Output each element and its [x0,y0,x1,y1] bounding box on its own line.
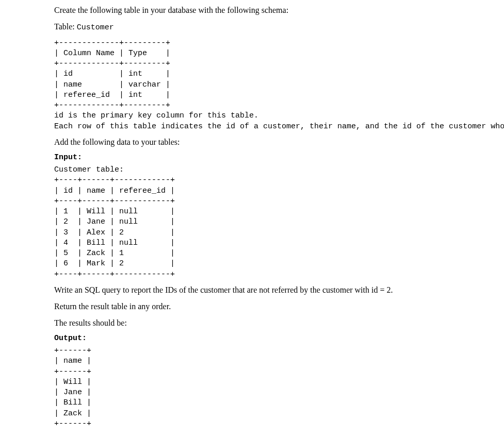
schema-block: +-------------+---------+ | Column Name … [54,38,450,132]
table-line: Table: Customer [54,21,450,34]
output-block: +------+ | name | +------+ | Will | | Ja… [54,346,450,429]
input-label: Input: [54,153,450,163]
results-intro: The results should be: [54,317,450,329]
table-name: Customer [77,23,114,32]
problem-content: Create the following table in your datab… [0,4,504,438]
add-data-text: Add the following data to your tables: [54,136,450,148]
intro-text: Create the following table in your datab… [54,4,450,16]
table-label: Table: [54,22,77,31]
output-label: Output: [54,333,450,344]
query-prompt: Write an SQL query to report the IDs of … [54,284,450,296]
input-block: Customer table: +----+------+-----------… [54,165,450,280]
return-order: Return the result table in any order. [54,300,450,313]
